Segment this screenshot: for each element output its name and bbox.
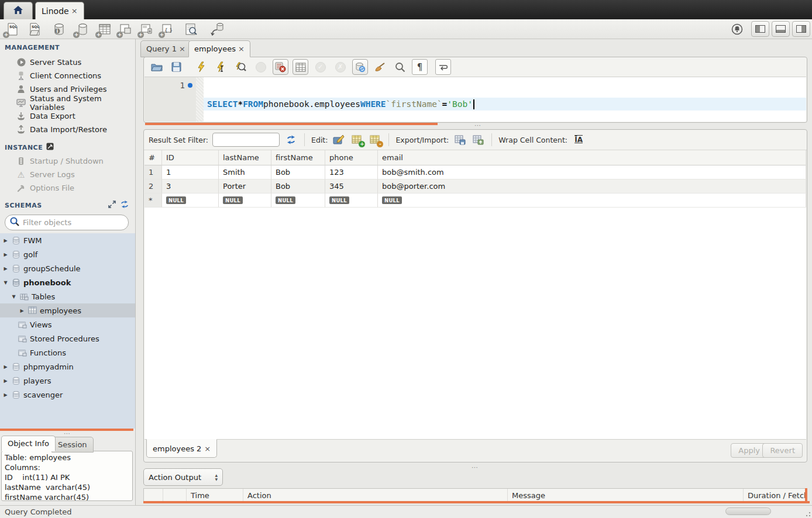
tab-employees[interactable]: employees ×: [188, 40, 250, 57]
close-tab-icon[interactable]: ×: [71, 6, 78, 15]
null-badge[interactable]: NULL: [382, 196, 402, 204]
splitter-grip-icon[interactable]: ⋯: [466, 122, 490, 129]
grid-cell[interactable]: bob@porter.com: [378, 179, 806, 194]
schema-filter[interactable]: [5, 215, 129, 230]
sidebar-item-server-status[interactable]: Server Status: [0, 56, 135, 69]
sidebar-item-server-logs[interactable]: ⚠ Server Logs: [0, 168, 135, 181]
new-query-tab-icon[interactable]: SQL +: [5, 22, 20, 37]
ao-col-duration[interactable]: Duration / Fetch: [744, 489, 807, 502]
null-badge[interactable]: NULL: [223, 196, 243, 204]
null-badge[interactable]: NULL: [329, 196, 349, 204]
export-recordset-icon[interactable]: [453, 133, 467, 147]
column-header[interactable]: ID: [162, 150, 219, 165]
horizontal-scrollbar[interactable]: [725, 507, 771, 515]
tree-item-schema[interactable]: ▶ FWM: [0, 233, 135, 247]
result-grid[interactable]: # ID lastName firstName phone email 1 1 …: [144, 150, 806, 439]
expander-icon[interactable]: ▼: [2, 280, 9, 285]
tree-item-functions[interactable]: Functions: [0, 346, 135, 360]
revert-button[interactable]: Revert: [762, 443, 803, 458]
null-badge[interactable]: NULL: [166, 196, 186, 204]
grid-cell[interactable]: 1: [162, 165, 219, 179]
grid-cell[interactable]: Porter: [219, 179, 271, 194]
tree-item-stored-procedures[interactable]: Stored Procedures: [0, 331, 135, 346]
action-output-dropdown[interactable]: Action Output ▲▼: [143, 468, 223, 486]
sql-line-1[interactable]: SELECT * FROM phonebook.employees WHERE …: [204, 98, 806, 110]
tree-item-schema[interactable]: ▶ players: [0, 374, 135, 388]
stop-icon[interactable]: [253, 59, 269, 75]
limit-rows-icon[interactable]: [293, 59, 308, 75]
schemas-refresh-icon[interactable]: [121, 201, 129, 210]
tab-query-1[interactable]: Query 1 ×: [140, 40, 191, 57]
window-resize-grip-icon[interactable]: [803, 509, 811, 517]
search-table-data-icon[interactable]: [184, 22, 199, 37]
expander-icon[interactable]: ▶: [2, 378, 9, 384]
execute-current-icon[interactable]: [213, 59, 229, 75]
grid-cell[interactable]: Smith: [219, 165, 271, 179]
new-procedure-icon[interactable]: +: [139, 22, 154, 37]
wrap-text-icon[interactable]: [435, 59, 451, 75]
rollback-icon[interactable]: ✗: [332, 59, 348, 75]
grid-cell[interactable]: 345: [325, 179, 378, 194]
grid-cell[interactable]: Bob: [271, 165, 325, 179]
tree-item-schema[interactable]: ▶ golf: [0, 247, 135, 261]
tab-object-info[interactable]: Object Info: [1, 436, 56, 451]
column-header[interactable]: firstName: [271, 150, 325, 165]
code-area[interactable]: SELECT * FROM phonebook.employees WHERE …: [204, 77, 806, 122]
connection-tab[interactable]: Linode ×: [35, 2, 84, 19]
commit-icon[interactable]: ✓: [312, 59, 328, 75]
wrap-cell-content-icon[interactable]: ĪA: [572, 133, 586, 147]
grid-cell[interactable]: bob@smith.com: [378, 165, 806, 179]
tree-item-table-employees[interactable]: ▶ employees: [0, 303, 135, 317]
autocommit-icon[interactable]: [352, 59, 368, 75]
new-table-icon[interactable]: +: [97, 22, 112, 37]
result-filter-input[interactable]: [212, 133, 280, 147]
open-script-icon[interactable]: [149, 59, 164, 75]
tree-item-schema[interactable]: ▶ scavenger: [0, 388, 135, 402]
sidebar-item-options-file[interactable]: Options File: [0, 181, 135, 195]
null-badge[interactable]: NULL: [276, 196, 295, 204]
close-tab-icon[interactable]: ×: [179, 44, 185, 53]
ao-col-action[interactable]: Action: [243, 489, 508, 502]
save-script-icon[interactable]: [168, 59, 184, 75]
tree-item-schema[interactable]: ▶ phpmyadmin: [0, 360, 135, 374]
invisibles-icon[interactable]: ¶: [412, 59, 428, 75]
sidebar-item-data-export[interactable]: Data Export: [0, 109, 135, 123]
tree-item-schema[interactable]: ▶ groupSchedule: [0, 261, 135, 275]
expander-icon[interactable]: ▶: [2, 252, 9, 257]
open-sql-script-icon[interactable]: SQL: [27, 22, 42, 37]
refresh-results-icon[interactable]: [284, 133, 298, 147]
tab-session[interactable]: Session: [51, 437, 94, 453]
grid-cell[interactable]: Bob: [271, 179, 325, 194]
ao-col-message[interactable]: Message: [508, 489, 744, 502]
grid-cell[interactable]: 123: [325, 165, 378, 179]
sidebar-item-data-import[interactable]: Data Import/Restore: [0, 123, 135, 136]
grid-row[interactable]: 1 1 Smith Bob 123 bob@smith.com: [144, 165, 806, 179]
explain-icon[interactable]: [233, 59, 249, 75]
new-function-icon[interactable]: { } +: [160, 22, 176, 37]
expander-icon[interactable]: ▶: [2, 364, 9, 369]
tree-item-tables[interactable]: ▼ Tables: [0, 289, 135, 303]
insert-row-icon[interactable]: +: [350, 133, 364, 147]
editor-results-splitter[interactable]: [145, 123, 438, 125]
expander-icon[interactable]: ▶: [2, 238, 9, 243]
sidebar-item-status-system-variables[interactable]: Status and System Variables: [0, 96, 135, 109]
column-header[interactable]: phone: [325, 150, 378, 165]
find-icon[interactable]: [392, 59, 408, 75]
close-tab-icon[interactable]: ×: [204, 444, 211, 453]
tree-item-views[interactable]: Views: [0, 317, 135, 331]
toggle-left-panel-button[interactable]: [751, 21, 769, 37]
reconnect-dbms-icon[interactable]: [209, 22, 225, 37]
grid-row[interactable]: 2 3 Porter Bob 345 bob@porter.com: [144, 179, 806, 194]
beautify-icon[interactable]: [372, 59, 388, 75]
grid-new-row[interactable]: * NULL NULL NULL NULL NULL: [144, 194, 806, 208]
edit-record-icon[interactable]: [332, 133, 346, 147]
splitter-grip-icon[interactable]: ⋯: [463, 464, 487, 471]
toggle-right-panel-button[interactable]: [792, 21, 810, 37]
column-header[interactable]: email: [378, 150, 806, 165]
expander-icon[interactable]: ▶: [2, 266, 9, 271]
expander-icon[interactable]: ▼: [11, 294, 17, 299]
close-tab-icon[interactable]: ×: [238, 44, 245, 53]
home-tab[interactable]: [4, 2, 33, 19]
sidebar-item-client-connections[interactable]: Client Connections: [0, 69, 135, 82]
execute-icon[interactable]: [193, 59, 209, 75]
